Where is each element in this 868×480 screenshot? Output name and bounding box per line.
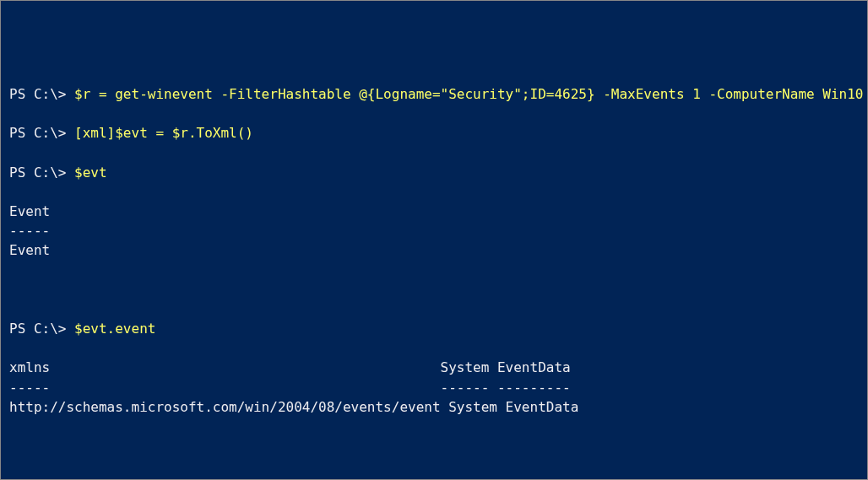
terminal-line [9,182,859,202]
prompt: PS C:\> [9,321,74,337]
terminal-line [9,143,859,162]
output-line: Event [9,202,859,221]
command-text: [xml]$evt = $r.ToXml() [74,125,253,141]
terminal-line [9,299,859,319]
output-line: ----- [9,221,859,240]
terminal-line [9,260,859,279]
output-line: ----- ------ --------- [9,378,859,397]
command-text: $evt.event [74,321,155,337]
command-text: $r = get-winevent -FilterHashtable @{Log… [74,86,863,102]
terminal-line [9,417,859,436]
command-text: $evt [74,164,107,181]
terminal-line: PS C:\> $evt.event [9,319,859,338]
output-line: xmlns System EventData [9,358,859,377]
command-text: $evt.event.EventData [74,477,237,481]
terminal-line [9,456,859,475]
terminal-line: PS C:\> $r = get-winevent -FilterHashtab… [9,84,859,104]
prompt: PS C:\> [9,86,74,102]
terminal-line [9,104,859,123]
terminal-line: PS C:\> [xml]$evt = $r.ToXml() [9,123,859,143]
prompt: PS C:\> [9,125,74,141]
output-line: Event [9,240,859,260]
output-line: http://schemas.microsoft.com/win/2004/08… [9,397,859,417]
prompt: PS C:\> [9,477,74,481]
terminal-line [9,280,859,299]
terminal-line: PS C:\> $evt [9,163,859,182]
terminal-line [9,338,859,358]
powershell-terminal[interactable]: PS C:\> $r = get-winevent -FilterHashtab… [9,84,859,480]
terminal-line: PS C:\> $evt.event.EventData [9,476,859,481]
prompt: PS C:\> [9,164,74,181]
terminal-line [9,436,859,456]
